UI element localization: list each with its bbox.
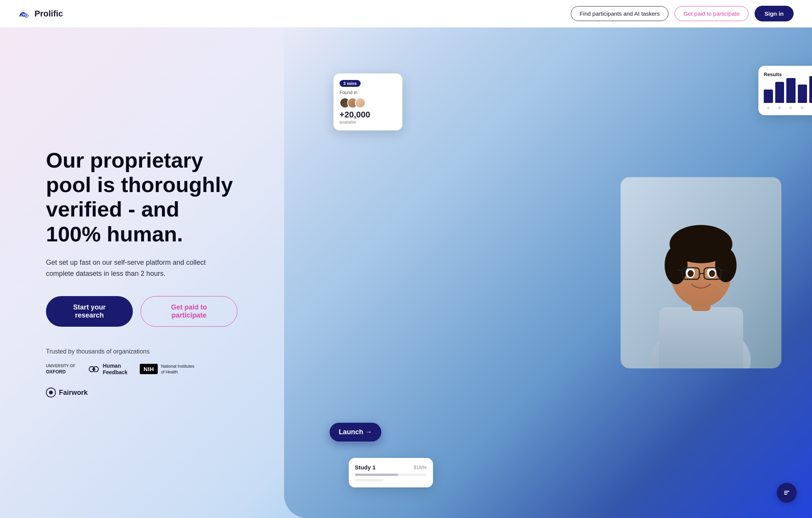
nav-actions: Find participants and AI taskers Get pai…	[571, 6, 794, 21]
bar-item	[764, 90, 773, 103]
start-research-button[interactable]: Start your research	[46, 296, 133, 327]
results-card: Results ▾ ABCDEF	[758, 66, 812, 115]
study-bar-fill	[355, 474, 398, 476]
person-illustration	[621, 177, 781, 368]
hero-content: Our proprietary pool is thoroughly verif…	[0, 117, 237, 428]
bar-label-item: A	[764, 106, 773, 110]
hero-subtitle: Get set up fast on our self-serve platfo…	[46, 257, 230, 279]
fairwork-icon	[46, 388, 56, 397]
participants-sub: available	[340, 120, 396, 124]
study-progress-bar	[355, 474, 427, 476]
chat-button[interactable]	[777, 483, 797, 503]
svg-point-11	[715, 248, 737, 282]
trusted-section: Trusted by thousands of organizations UN…	[46, 348, 237, 398]
logo-text: Prolific	[34, 9, 63, 19]
bar-label-item: C	[786, 106, 796, 110]
svg-rect-6	[659, 307, 743, 368]
launch-label: Launch →	[339, 428, 372, 436]
study-header: Study 1 $18/hr	[355, 464, 427, 471]
time-tag: 3 mins	[340, 80, 361, 87]
logo-link[interactable]: Prolific	[18, 9, 63, 19]
nih-logo: NIH National Institutesof Health	[140, 363, 194, 375]
hero-visual: 3 mins Found in +20,000 available Result…	[341, 28, 812, 518]
chat-icon	[782, 488, 791, 497]
study-secondary-line	[355, 479, 384, 481]
human-feedback-logo: HumanFeedback	[88, 363, 128, 376]
sign-in-button[interactable]: Sign in	[755, 6, 794, 21]
participants-count: +20,000	[340, 110, 396, 120]
svg-point-14	[688, 270, 694, 277]
bar-item	[798, 85, 807, 103]
human-feedback-icon	[88, 365, 100, 374]
study-card: Study 1 $18/hr	[349, 458, 433, 487]
bar-item	[775, 82, 784, 103]
results-header: Results ▾	[764, 71, 812, 78]
bar-label-item: E	[809, 106, 812, 110]
participants-card: 3 mins Found in +20,000 available	[333, 73, 402, 130]
launch-button[interactable]: Launch →	[330, 423, 381, 441]
bar-item	[786, 78, 796, 103]
hero-section: Our proprietary pool is thoroughly verif…	[0, 28, 812, 518]
oxford-logo: UNIVERSITY OFOXFORD	[46, 363, 75, 375]
get-paid-hero-button[interactable]: Get paid to participate	[141, 296, 237, 327]
human-feedback-text: HumanFeedback	[103, 363, 128, 376]
bar-label-item: D	[798, 106, 807, 110]
avatars-row	[340, 98, 396, 108]
hero-buttons: Start your research Get paid to particip…	[46, 296, 237, 327]
trusted-text: Trusted by thousands of organizations	[46, 348, 237, 355]
bar-chart	[764, 81, 812, 104]
study-rate: $18/hr	[414, 465, 427, 470]
study-title: Study 1	[355, 464, 376, 471]
svg-point-21	[682, 283, 720, 297]
nih-text: National Institutesof Health	[161, 363, 194, 375]
get-paid-nav-button[interactable]: Get paid to participate	[675, 6, 748, 21]
bar-labels: ABCDEF	[764, 106, 812, 110]
find-participants-button[interactable]: Find participants and AI taskers	[571, 6, 668, 21]
nih-badge: NIH	[140, 364, 158, 374]
svg-point-15	[709, 270, 715, 277]
bar-item	[809, 76, 812, 103]
navbar: Prolific Find participants and AI tasker…	[0, 0, 812, 28]
bar-label-item: B	[775, 106, 784, 110]
person-photo	[621, 177, 781, 368]
prolific-logo-icon	[18, 9, 31, 18]
hero-title: Our proprietary pool is thoroughly verif…	[46, 148, 237, 247]
avatar-3	[355, 98, 366, 108]
fairwork-logo: Fairwork	[46, 388, 88, 397]
trusted-logos: UNIVERSITY OFOXFORD HumanFeedback NIH Na…	[46, 363, 237, 398]
found-in-label: Found in	[340, 90, 396, 95]
results-title: Results	[764, 72, 782, 77]
svg-point-3	[49, 391, 53, 394]
